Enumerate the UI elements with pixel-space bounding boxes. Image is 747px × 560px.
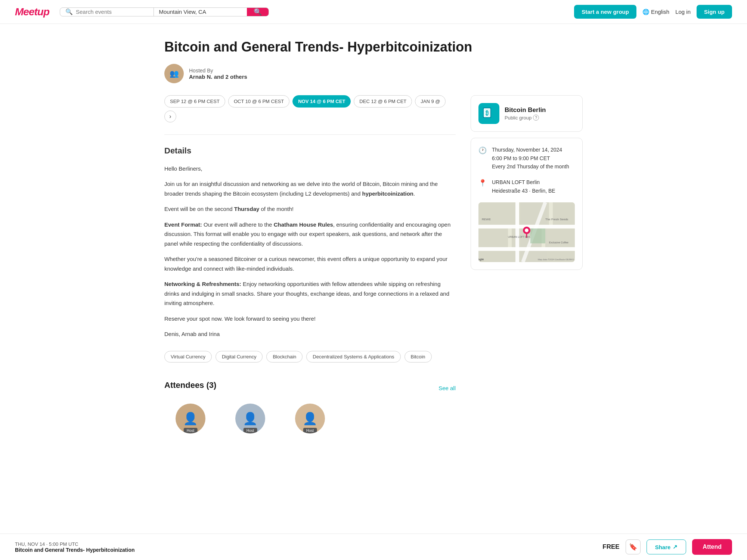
location-text: URBAN LOFT Berlin Heidestraße 43 · Berli… xyxy=(492,178,555,195)
tags-container: Virtual Currency Digital Currency Blockc… xyxy=(164,351,456,363)
details-title: Details xyxy=(164,144,456,158)
thursday-para: Event will be on the second Thursday of … xyxy=(164,204,456,214)
svg-text:REWE: REWE xyxy=(482,218,491,221)
search-input[interactable] xyxy=(76,9,148,15)
intro-end: . xyxy=(413,190,415,197)
group-card[interactable]: ₿ Bitcoin Berlin Public group ? xyxy=(471,95,583,132)
date-tab-jan[interactable]: JAN 9 @ xyxy=(415,95,446,108)
main-layout: SEP 12 @ 6 PM CEST OCT 10 @ 6 PM CEST NO… xyxy=(164,95,583,436)
map-placeholder: REWE The Fresh Seeds URBAN LOFT Berl. Ex… xyxy=(478,202,575,262)
event-title: Bitcoin and General Trends- Hyperbitcoin… xyxy=(164,39,583,55)
host-info: Hosted By Arnab N. and 2 others xyxy=(189,68,247,80)
svg-text:Exclusive Coffee: Exclusive Coffee xyxy=(549,241,568,244)
date-tab-dec[interactable]: DEC 12 @ 6 PM CET xyxy=(354,95,412,108)
signup-button[interactable]: Sign up xyxy=(697,5,732,19)
greeting-text: Hello Berliners, xyxy=(164,165,202,172)
event-time: 6:00 PM to 9:00 PM CET xyxy=(492,154,569,162)
attendees-title: Attendees (3) xyxy=(164,380,216,390)
search-icon: 🔍 xyxy=(65,8,73,15)
format-prefix: Our event will adhere to the xyxy=(202,221,274,228)
tag-bitcoin[interactable]: Bitcoin xyxy=(405,351,432,363)
reserve-text: Reserve your spot now. We look forward t… xyxy=(164,315,316,322)
tag-virtual-currency[interactable]: Virtual Currency xyxy=(164,351,212,363)
venue-address: Heidestraße 43 · Berlin, BE xyxy=(492,187,555,195)
svg-rect-8 xyxy=(478,228,508,247)
search-bar: 🔍 🔍 xyxy=(60,7,269,16)
globe-icon: 🌐 xyxy=(642,9,650,15)
start-group-button[interactable]: Start a new group xyxy=(574,5,636,19)
newcomer-text: Whether you're a seasoned Bitcoiner or a… xyxy=(164,256,447,272)
svg-rect-5 xyxy=(478,202,515,225)
host-name: Arnab N. and 2 others xyxy=(189,74,247,80)
event-date: Thursday, November 14, 2024 xyxy=(492,146,569,154)
hosted-by: 👥 Hosted By Arnab N. and 2 others xyxy=(164,64,583,83)
thursday-word: Thursday xyxy=(234,206,260,212)
attendee-card: 👤 Host xyxy=(284,404,336,436)
group-type: Public group ? xyxy=(505,115,546,121)
date-tab-nov[interactable]: NOV 14 @ 6 PM CET xyxy=(292,95,351,108)
svg-rect-10 xyxy=(545,228,575,247)
meetup-logo[interactable]: Meetup xyxy=(15,6,49,18)
date-tab-oct[interactable]: OCT 10 @ 6 PM CEST xyxy=(228,95,289,108)
svg-point-18 xyxy=(525,228,529,232)
search-location-container xyxy=(154,8,247,16)
format-label: Event Format: xyxy=(164,221,202,228)
right-column: ₿ Bitcoin Berlin Public group ? 🕐 Thursd… xyxy=(471,95,583,270)
svg-text:The Fresh Seeds: The Fresh Seeds xyxy=(545,218,568,221)
tag-digital-currency[interactable]: Digital Currency xyxy=(216,351,263,363)
datetime-text: Thursday, November 14, 2024 6:00 PM to 9… xyxy=(492,146,569,171)
search-submit-icon: 🔍 xyxy=(254,8,262,16)
thursday-post: of the month! xyxy=(259,206,294,212)
event-description: Details Hello Berliners, Join us for an … xyxy=(164,144,456,339)
date-tab-sep[interactable]: SEP 12 @ 6 PM CEST xyxy=(164,95,225,108)
attendees-row: 👤 Host 👤 Host 👤 Host xyxy=(164,404,456,436)
format-para: Event Format: Our event will adhere to t… xyxy=(164,220,456,249)
event-recurrence: Every 2nd Thursday of the month xyxy=(492,162,569,171)
networking-label: Networking & Refreshments: xyxy=(164,281,241,287)
group-name: Bitcoin Berlin xyxy=(505,106,546,114)
search-submit-button[interactable]: 🔍 xyxy=(247,8,269,16)
attendee-avatar-1: 👤 Host xyxy=(176,404,205,433)
svg-rect-14 xyxy=(515,202,519,262)
host-badge-2: Host xyxy=(244,428,257,433)
venue-name: URBAN LOFT Berlin xyxy=(492,178,555,186)
networking-para: Networking & Refreshments: Enjoy network… xyxy=(164,279,456,308)
group-info: Bitcoin Berlin Public group ? xyxy=(505,106,546,121)
page-content: Bitcoin and General Trends- Hyperbitcoin… xyxy=(149,24,598,481)
date-tabs: SEP 12 @ 6 PM CEST OCT 10 @ 6 PM CEST NO… xyxy=(164,95,456,122)
clock-icon: 🕐 xyxy=(478,146,487,155)
signoff-para: Denis, Arnab and Irina xyxy=(164,329,456,339)
attendee-card: 👤 Host xyxy=(164,404,217,436)
host-badge-1: Host xyxy=(184,428,198,433)
svg-text:Map data ©2024 GeoBasis-DE/BKG: Map data ©2024 GeoBasis-DE/BKG (©2009), … xyxy=(538,258,575,261)
svg-rect-16 xyxy=(530,228,545,243)
map-container[interactable]: REWE The Fresh Seeds URBAN LOFT Berl. Ex… xyxy=(478,202,575,262)
group-type-text: Public group xyxy=(505,115,531,121)
attendee-avatar-2: 👤 Host xyxy=(235,404,265,433)
svg-rect-7 xyxy=(553,202,575,225)
host-avatar: 👥 xyxy=(164,64,184,83)
login-button[interactable]: Log in xyxy=(675,9,691,15)
tag-decentralized[interactable]: Decentralized Systems & Applications xyxy=(306,351,400,363)
group-icon: ₿ xyxy=(478,103,499,124)
datetime-row: 🕐 Thursday, November 14, 2024 6:00 PM to… xyxy=(478,146,575,171)
location-pin-icon: 📍 xyxy=(478,179,487,187)
see-all-link[interactable]: See all xyxy=(438,385,456,391)
attendee-card: 👤 Host xyxy=(224,404,276,436)
date-tab-next-arrow[interactable]: › xyxy=(164,111,176,122)
host-badge-3: Host xyxy=(303,428,317,433)
reserve-para: Reserve your spot now. We look forward t… xyxy=(164,314,456,324)
location-input[interactable] xyxy=(159,9,242,15)
svg-text:URBAN LOFT Berl.: URBAN LOFT Berl. xyxy=(508,236,531,238)
attendees-section: Attendees (3) See all 👤 Host 👤 Host xyxy=(164,380,456,436)
bitcoin-group-icon: ₿ xyxy=(481,106,496,121)
header: Meetup 🔍 🔍 Start a new group 🌐 English L… xyxy=(0,0,747,24)
language-button[interactable]: 🌐 English xyxy=(642,9,669,15)
search-keyword-container: 🔍 xyxy=(60,8,154,16)
newcomer-para: Whether you're a seasoned Bitcoiner or a… xyxy=(164,254,456,273)
tag-blockchain[interactable]: Blockchain xyxy=(266,351,303,363)
hyperbitcoinization-text: hyperbitcoinization xyxy=(362,190,413,197)
hosted-by-label: Hosted By xyxy=(189,68,247,74)
svg-text:Google: Google xyxy=(478,258,484,261)
signoff-text: Denis, Arnab and Irina xyxy=(164,331,220,337)
